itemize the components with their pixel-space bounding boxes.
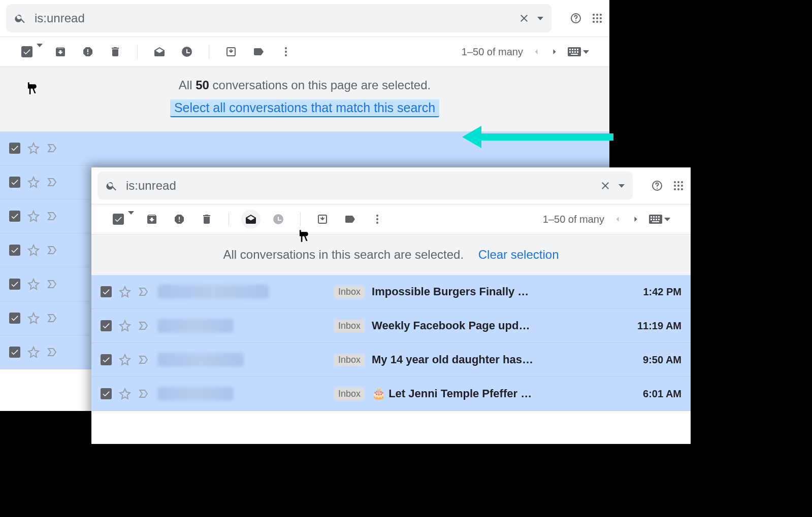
apps-icon[interactable] [591, 12, 603, 24]
mark-as-read-button[interactable] [150, 42, 169, 61]
row-checkbox[interactable] [9, 143, 20, 154]
more-button[interactable] [276, 42, 296, 61]
svg-point-31 [677, 185, 679, 187]
star-icon[interactable] [27, 278, 40, 290]
next-page-button[interactable] [549, 47, 560, 57]
important-icon[interactable] [47, 312, 59, 324]
row-checkbox[interactable] [101, 286, 112, 297]
select-all-checkbox[interactable] [21, 46, 33, 57]
star-icon[interactable] [119, 388, 131, 400]
important-icon[interactable] [138, 286, 150, 298]
apps-icon[interactable] [672, 180, 685, 192]
svg-point-37 [376, 215, 378, 217]
important-icon[interactable] [47, 346, 59, 358]
email-row[interactable]: Inbox 🎂 Let Jenni Temple Pfeffer … 6:01 … [91, 377, 691, 411]
important-icon[interactable] [47, 176, 59, 188]
email-row[interactable]: Inbox My 14 year old daughter has… 9:50 … [91, 343, 691, 377]
select-all-link[interactable]: Select all conversations that match this… [170, 99, 439, 117]
svg-rect-22 [574, 51, 576, 53]
star-icon[interactable] [119, 286, 131, 298]
archive-button[interactable] [51, 42, 70, 61]
star-icon[interactable] [27, 346, 40, 358]
svg-rect-43 [656, 216, 657, 218]
select-dropdown-icon[interactable] [37, 47, 43, 56]
report-spam-button[interactable] [170, 210, 189, 229]
email-row[interactable]: Inbox Weekly Facebook Page upd… 11:19 AM [91, 309, 691, 343]
labels-button[interactable] [340, 210, 360, 229]
clear-search-icon[interactable] [599, 180, 611, 192]
svg-rect-44 [658, 216, 660, 218]
svg-point-3 [596, 14, 598, 16]
row-checkbox[interactable] [9, 211, 20, 222]
important-icon[interactable] [138, 320, 150, 332]
archive-button[interactable] [142, 210, 161, 229]
svg-rect-17 [572, 49, 573, 50]
labels-button[interactable] [249, 42, 268, 61]
help-icon[interactable] [570, 12, 582, 24]
more-button[interactable] [368, 210, 387, 229]
next-page-button[interactable] [631, 214, 641, 224]
star-icon[interactable] [119, 354, 131, 366]
move-to-button[interactable] [313, 210, 332, 229]
inbox-label[interactable]: Inbox [334, 320, 365, 332]
report-spam-button[interactable] [78, 42, 98, 61]
svg-rect-48 [658, 219, 660, 220]
important-icon[interactable] [138, 354, 150, 366]
email-time: 6:01 AM [626, 388, 681, 400]
email-row[interactable]: Inbox Impossible Burgers Finally … 1:42 … [91, 275, 691, 309]
important-icon[interactable] [47, 210, 59, 222]
important-icon[interactable] [138, 388, 150, 400]
important-icon[interactable] [47, 244, 59, 256]
svg-point-29 [681, 181, 683, 183]
delete-button[interactable] [106, 42, 125, 61]
search-options-dropdown[interactable] [619, 184, 625, 188]
email-time: 9:50 AM [626, 354, 681, 366]
row-checkbox[interactable] [101, 354, 112, 365]
clear-selection-link[interactable]: Clear selection [478, 248, 559, 261]
inbox-label[interactable]: Inbox [334, 354, 365, 366]
inbox-label[interactable]: Inbox [334, 286, 365, 298]
search-input[interactable] [34, 11, 511, 26]
svg-point-30 [674, 185, 676, 187]
row-checkbox[interactable] [9, 313, 20, 324]
sender-redacted [157, 285, 269, 299]
select-dropdown-icon[interactable] [128, 215, 134, 224]
star-icon[interactable] [27, 312, 40, 324]
svg-rect-23 [577, 51, 578, 53]
input-tools-button[interactable] [649, 215, 670, 224]
inbox-label[interactable]: Inbox [334, 388, 365, 400]
snooze-button[interactable] [269, 210, 288, 229]
star-icon[interactable] [119, 320, 131, 332]
row-checkbox[interactable] [101, 320, 112, 331]
svg-point-33 [674, 188, 676, 190]
star-icon[interactable] [27, 210, 40, 222]
search-input[interactable] [125, 178, 592, 193]
svg-point-26 [657, 188, 658, 189]
row-checkbox[interactable] [9, 177, 20, 188]
svg-point-9 [596, 21, 598, 23]
row-checkbox[interactable] [9, 279, 20, 290]
star-icon[interactable] [27, 244, 40, 256]
prev-page-button[interactable] [531, 47, 541, 57]
row-checkbox[interactable] [9, 347, 20, 358]
clear-search-icon[interactable] [518, 12, 530, 24]
search-options-dropdown[interactable] [537, 17, 543, 20]
input-tools-button[interactable] [568, 47, 589, 56]
delete-button[interactable] [197, 210, 216, 229]
prev-page-button[interactable] [612, 214, 623, 224]
star-icon[interactable] [27, 142, 40, 154]
select-all-checkbox[interactable] [113, 214, 124, 225]
svg-point-38 [376, 218, 378, 220]
help-icon[interactable] [651, 180, 663, 192]
star-icon[interactable] [27, 176, 40, 188]
row-checkbox[interactable] [9, 245, 20, 256]
row-checkbox[interactable] [101, 388, 112, 399]
svg-point-32 [681, 185, 683, 187]
important-icon[interactable] [47, 142, 59, 154]
snooze-button[interactable] [177, 42, 197, 61]
important-icon[interactable] [47, 278, 59, 290]
move-to-button[interactable] [221, 42, 241, 61]
email-subject: 🎂 Let Jenni Temple Pfeffer … [372, 387, 619, 400]
svg-rect-46 [653, 219, 655, 220]
mark-as-read-button[interactable] [241, 210, 261, 229]
